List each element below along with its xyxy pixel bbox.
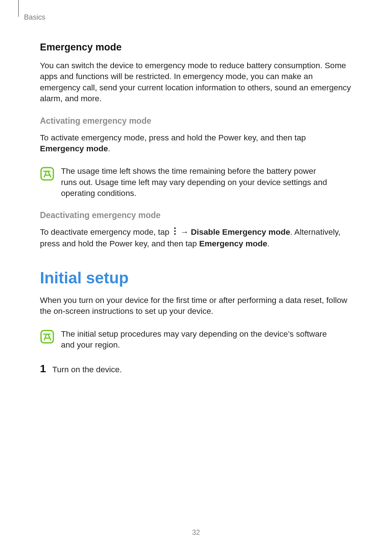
deactivating-text: To deactivate emergency mode, tap → Disa… xyxy=(40,227,352,249)
activating-heading: Activating emergency mode xyxy=(40,116,352,126)
activating-bold: Emergency mode xyxy=(40,144,108,153)
svg-rect-0 xyxy=(41,168,53,180)
activating-text: To activate emergency mode, press and ho… xyxy=(40,132,352,155)
deactivate-p3: . xyxy=(267,239,269,248)
chapter-label: Basics xyxy=(24,13,45,21)
svg-point-3 xyxy=(174,233,176,235)
emergency-mode-heading: Emergency mode xyxy=(40,42,352,53)
header-rule xyxy=(18,0,19,17)
deactivate-bold1: Disable Emergency mode xyxy=(191,227,290,237)
emergency-intro: You can switch the device to emergency m… xyxy=(40,60,352,104)
svg-point-2 xyxy=(174,230,176,232)
deactivate-p1: To deactivate emergency mode, tap xyxy=(40,227,172,237)
note-icon xyxy=(40,329,54,345)
deactivate-arrow: → xyxy=(178,227,191,237)
step-1-number: 1 xyxy=(40,362,52,375)
svg-rect-4 xyxy=(41,331,53,343)
svg-point-1 xyxy=(174,227,176,229)
note-usage-text: The usage time left shows the time remai… xyxy=(61,166,352,199)
initial-setup-heading: Initial setup xyxy=(40,269,352,287)
deactivating-heading: Deactivating emergency mode xyxy=(40,210,352,220)
note-icon xyxy=(40,167,54,182)
page-number: 32 xyxy=(0,528,392,537)
more-options-icon xyxy=(173,227,177,238)
page-header: Basics xyxy=(18,15,352,21)
deactivate-bold2: Emergency mode xyxy=(199,239,268,248)
step-1: 1 Turn on the device. xyxy=(40,362,352,375)
step-1-text: Turn on the device. xyxy=(52,365,122,374)
initial-intro: When you turn on your device for the fir… xyxy=(40,295,352,317)
note-initial-setup: The initial setup procedures may vary de… xyxy=(40,329,352,351)
note-usage-time: The usage time left shows the time remai… xyxy=(40,166,352,199)
activating-pre: To activate emergency mode, press and ho… xyxy=(40,133,306,142)
activating-post: . xyxy=(108,144,110,153)
note-initial-text: The initial setup procedures may vary de… xyxy=(61,329,352,351)
